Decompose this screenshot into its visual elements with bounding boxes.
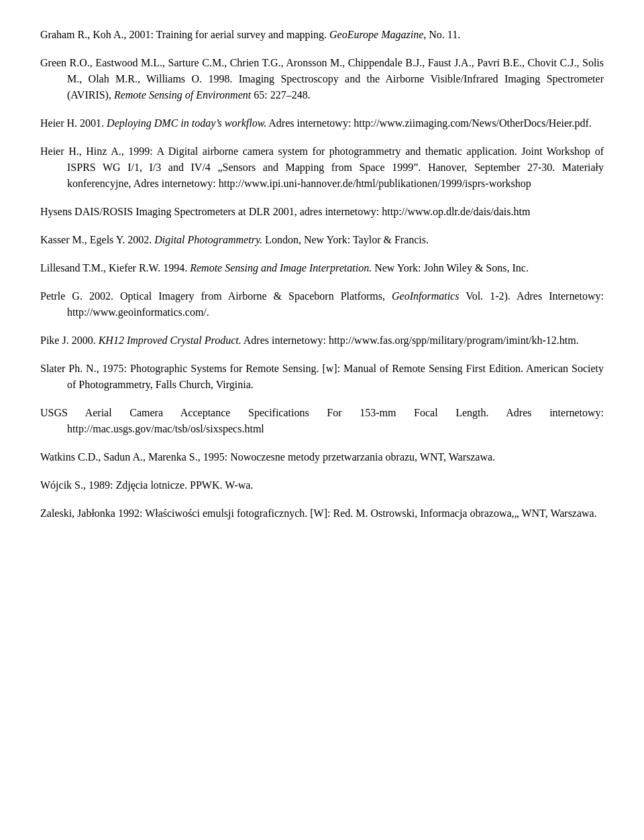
reference-watkins: Watkins C.D., Sadun A., Marenka S., 1995… xyxy=(40,449,604,465)
reference-heier2: Heier H., Hinz A., 1999: A Digital airbo… xyxy=(40,143,604,192)
reference-pike: Pike J. 2000. KH12 Improved Crystal Prod… xyxy=(40,333,604,349)
reference-petrle: Petrle G. 2002. Optical Imagery from Air… xyxy=(40,288,604,320)
reference-kasser: Kasser M., Egels Y. 2002. Digital Photog… xyxy=(40,232,604,248)
reference-green: Green R.O., Eastwood M.L., Sarture C.M.,… xyxy=(40,55,604,103)
reference-zaleski: Zaleski, Jabłonka 1992: Właściwości emul… xyxy=(40,505,604,522)
reference-graham: Graham R., Koh A., 2001: Training for ae… xyxy=(40,27,604,43)
reference-wojcik: Wójcik S., 1989: Zdjęcia lotnicze. PPWK.… xyxy=(40,477,604,493)
reference-lillesand: Lillesand T.M., Kiefer R.W. 1994. Remote… xyxy=(40,260,604,276)
references-container: Graham R., Koh A., 2001: Training for ae… xyxy=(40,27,604,522)
reference-hysens: Hysens DAIS/ROSIS Imaging Spectrometers … xyxy=(40,204,604,220)
reference-slater: Slater Ph. N., 1975: Photographic System… xyxy=(40,361,604,393)
reference-heier1: Heier H. 2001. Deploying DMC in today’s … xyxy=(40,115,604,131)
reference-usgs: USGS Aerial Camera Acceptance Specificat… xyxy=(40,405,604,437)
